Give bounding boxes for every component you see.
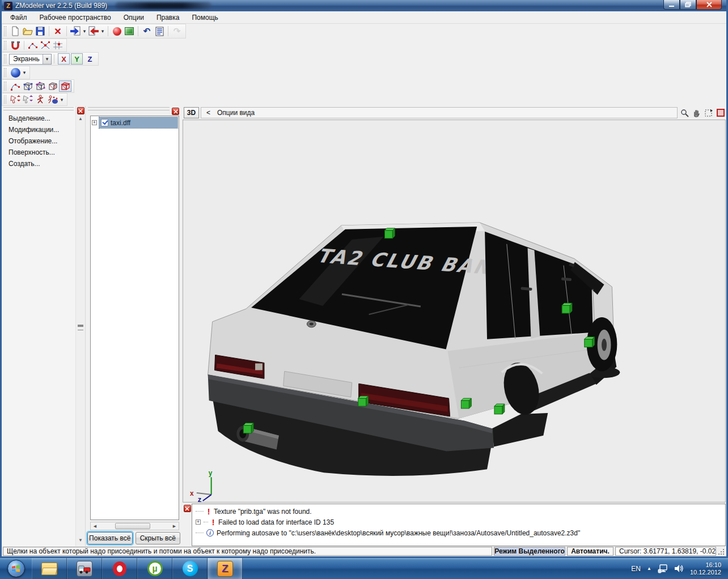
maximize-viewport-button[interactable]: [717, 109, 725, 117]
title-bar[interactable]: Z ZModeler ver 2.2.5 (Build 989): [2, 0, 726, 11]
new-file-button[interactable]: [9, 25, 22, 37]
view-options-bar[interactable]: < Опции вида: [201, 107, 678, 118]
panel-splitter[interactable]: [88, 107, 170, 110]
menu-help[interactable]: Помощь: [185, 12, 224, 23]
menu-workspace[interactable]: Рабочее пространство: [33, 12, 117, 23]
taskbar-opera[interactable]: [102, 558, 137, 579]
commands-selection[interactable]: Выделение...: [2, 113, 75, 124]
level-vertices-button[interactable]: [9, 80, 22, 92]
taskbar-explorer[interactable]: [32, 558, 67, 579]
magnet-tool-button[interactable]: [9, 40, 22, 51]
toolbar-grabber[interactable]: [4, 26, 6, 36]
import-button[interactable]: [69, 25, 82, 37]
log-row[interactable]: ! Texture "prib.tga" was not found.: [196, 506, 722, 517]
commands-surface[interactable]: Поверхность...: [2, 147, 75, 158]
hidden-icons-arrow[interactable]: ▲: [647, 566, 651, 571]
taskbar-zmodeler-active[interactable]: Z: [208, 558, 243, 579]
select-single-button[interactable]: [9, 94, 22, 105]
tree-selected-item[interactable]: taxi.dff: [99, 117, 177, 128]
export-dropdown[interactable]: ▾: [100, 28, 105, 34]
restore-button[interactable]: [680, 0, 696, 10]
select-quadr-button[interactable]: [22, 94, 34, 105]
export-button[interactable]: [87, 25, 100, 37]
menu-options[interactable]: Опции: [117, 12, 150, 23]
dropdown-button[interactable]: ▾: [43, 54, 51, 64]
toolbar-grabber[interactable]: [4, 54, 6, 63]
commands-display[interactable]: Отображение...: [2, 135, 75, 147]
viewport-mode-button[interactable]: 3D: [184, 107, 199, 118]
shading-dropdown[interactable]: ▾: [22, 70, 27, 75]
commands-create[interactable]: Создать...: [2, 158, 75, 169]
properties-button[interactable]: [153, 25, 166, 37]
level-faces-button[interactable]: [34, 80, 46, 92]
vertex-weld-button[interactable]: [27, 40, 39, 51]
scroll-down-icon[interactable]: ▼: [76, 537, 85, 544]
taskbar-skype[interactable]: S: [172, 558, 208, 579]
taskbar-truck-game[interactable]: [67, 558, 102, 579]
level-edges-button[interactable]: [22, 80, 34, 92]
undo-button[interactable]: ↶: [141, 25, 153, 37]
screen-space-dropdown[interactable]: Экраннь ▾: [9, 54, 52, 65]
log-expander-icon[interactable]: +: [196, 520, 201, 525]
viewport-canvas[interactable]: TA2 CLUB BAN: [183, 120, 726, 503]
log-close-button[interactable]: [184, 505, 191, 512]
log-row[interactable]: + ! Failed to load data for interface ID…: [196, 517, 722, 527]
level-polygons-button[interactable]: [46, 80, 59, 92]
log-row[interactable]: i Performing autosave to "c:\users\ванёк…: [196, 527, 722, 538]
texture-browser-button[interactable]: [123, 25, 136, 37]
select-mode-dropdown[interactable]: ▾: [59, 97, 65, 103]
commands-modifications[interactable]: Модификации...: [2, 124, 75, 135]
tree-row-taxi[interactable]: + taxi.dff: [92, 117, 177, 128]
toolbar-grabber[interactable]: [4, 82, 6, 91]
toolbar-grabber[interactable]: [4, 95, 6, 104]
zoom-tool-button[interactable]: [679, 108, 689, 118]
shading-mode-button[interactable]: [9, 67, 22, 78]
scroll-thumb[interactable]: [115, 523, 151, 529]
tree-horizontal-scrollbar[interactable]: ◀ ▶: [90, 522, 179, 530]
volume-icon[interactable]: [674, 564, 684, 573]
minimize-button[interactable]: [663, 0, 680, 10]
taskbar-clock[interactable]: 16:10 10.12.2012: [690, 561, 721, 576]
menu-edit[interactable]: Правка: [150, 12, 186, 23]
toolbar-grabber[interactable]: [4, 68, 6, 77]
vertex-snap-grid-button[interactable]: [52, 40, 64, 51]
axis-z-toggle[interactable]: Z: [84, 53, 96, 65]
select-separate-button[interactable]: [34, 94, 46, 105]
automatic-toggle[interactable]: Автоматич.: [567, 547, 613, 556]
redo-button[interactable]: ↷: [171, 25, 183, 37]
selected-mode-toggle[interactable]: Режим Выделенного: [494, 547, 565, 556]
tree-close-button[interactable]: [172, 108, 179, 115]
delete-button[interactable]: ✕: [52, 25, 64, 37]
back-arrow[interactable]: <: [206, 109, 210, 117]
open-file-button[interactable]: [22, 25, 34, 37]
visibility-checkbox[interactable]: [101, 119, 108, 126]
scroll-right-icon[interactable]: ▶: [170, 522, 179, 530]
network-icon[interactable]: [658, 564, 668, 573]
scroll-up-icon[interactable]: ▲: [76, 116, 85, 122]
toolbar-grabber[interactable]: [4, 41, 6, 50]
show-all-button[interactable]: Показать всё: [87, 532, 133, 544]
close-button[interactable]: [696, 0, 722, 10]
tree-expander-icon[interactable]: +: [92, 120, 97, 125]
level-objects-button[interactable]: [59, 80, 71, 92]
save-button[interactable]: [34, 25, 46, 37]
hide-all-button[interactable]: Скрыть всё: [136, 532, 181, 544]
start-button[interactable]: [0, 558, 32, 579]
axis-y-toggle[interactable]: Y: [71, 53, 83, 65]
taskbar-utorrent[interactable]: µ: [137, 558, 172, 579]
scroll-left-icon[interactable]: ◀: [91, 522, 99, 530]
import-dropdown[interactable]: ▾: [82, 28, 87, 34]
pan-tool-button[interactable]: [691, 108, 701, 118]
resize-grip[interactable]: [718, 547, 725, 556]
scroll-track[interactable]: [99, 522, 170, 530]
select-lasso-button[interactable]: [46, 94, 59, 105]
commands-close-button[interactable]: [77, 107, 84, 114]
vertex-break-button[interactable]: [39, 40, 52, 51]
orbit-tool-button[interactable]: [703, 108, 713, 118]
menu-file[interactable]: Файл: [4, 12, 33, 23]
material-editor-button[interactable]: [111, 25, 123, 37]
panel-splitter[interactable]: [3, 107, 74, 110]
axis-x-toggle[interactable]: X: [58, 53, 70, 65]
panel-splitter-handle[interactable]: [78, 325, 83, 330]
language-indicator[interactable]: EN: [631, 565, 641, 573]
